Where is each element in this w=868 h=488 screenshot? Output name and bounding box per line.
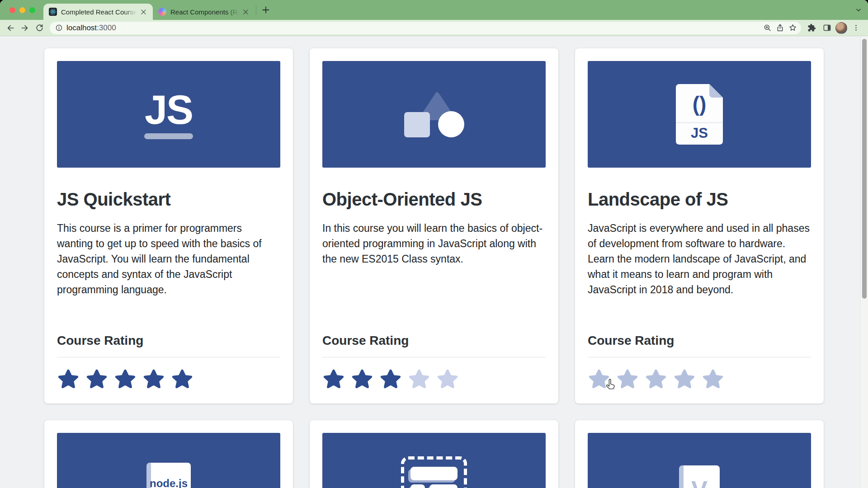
url-port: :3000	[97, 23, 116, 32]
course-title: JS Quickstart	[57, 189, 280, 210]
course-image-v-book: V	[588, 433, 811, 488]
v-label: V	[691, 475, 708, 488]
react-favicon	[49, 8, 57, 16]
star-icon[interactable]	[114, 368, 137, 391]
browser-toolbar: localhost:3000	[0, 20, 868, 36]
nodejs-book-icon: node.js	[146, 463, 191, 488]
star-icon[interactable]	[616, 368, 639, 391]
tab-separator	[256, 5, 256, 14]
back-button[interactable]	[4, 21, 17, 35]
profile-avatar[interactable]	[835, 22, 847, 34]
course-rating-heading: Course Rating	[322, 333, 546, 348]
course-image-geometric-shapes	[322, 61, 546, 168]
side-panel-icon	[823, 23, 831, 32]
shapes-icon	[401, 90, 467, 139]
rating-divider	[322, 357, 546, 357]
nodejs-label: node.js	[150, 477, 188, 488]
star-rating	[322, 368, 546, 391]
back-icon	[6, 23, 15, 33]
minimize-window-button[interactable]	[19, 7, 25, 13]
url-text: localhost:3000	[66, 23, 116, 33]
dashed-form-icon	[401, 456, 467, 488]
js-file-icon: () JS	[676, 84, 723, 145]
tab-react-components[interactable]: React Components (Refresh 2	[153, 4, 255, 20]
scrollbar[interactable]	[860, 36, 868, 488]
v-book-icon: V	[679, 465, 720, 488]
reload-button[interactable]	[33, 21, 46, 35]
side-panel-button[interactable]	[820, 21, 834, 35]
course-card-partial-v: V	[575, 420, 824, 488]
browser-menu-button[interactable]	[849, 21, 863, 35]
rating-divider	[588, 357, 811, 357]
bookmark-button[interactable]	[787, 22, 798, 34]
course-card-js-quickstart: JS JS Quickstart This course is a primer…	[44, 48, 293, 404]
course-image-dashed-form	[322, 433, 546, 488]
zoom-icon	[763, 23, 772, 32]
share-icon	[776, 23, 784, 32]
form-bar	[410, 467, 458, 480]
star-icon[interactable]	[85, 368, 108, 391]
star-icon[interactable]	[142, 368, 165, 391]
tab-strip: Completed React Course App React Compone…	[0, 0, 868, 20]
chevron-down-icon[interactable]	[855, 7, 862, 13]
course-rating-section: Course Rating	[322, 333, 546, 391]
bookmark-star-icon	[788, 23, 797, 32]
star-icon[interactable]	[645, 368, 667, 391]
scrollbar-thumb[interactable]	[862, 39, 867, 299]
star-icon[interactable]	[171, 368, 193, 391]
course-rating-section: Course Rating	[588, 333, 811, 391]
form-bar	[429, 484, 458, 488]
star-icon[interactable]	[702, 368, 724, 391]
course-card-grid: JS JS Quickstart This course is a primer…	[44, 48, 824, 488]
star-rating	[57, 368, 280, 391]
course-description: In this course you will learn the basics…	[322, 221, 546, 267]
close-tab-icon[interactable]	[241, 7, 250, 17]
star-icon[interactable]	[588, 368, 610, 391]
star-rating	[588, 368, 811, 391]
tab-title: Completed React Course App	[61, 8, 138, 16]
zoom-button[interactable]	[761, 22, 773, 34]
star-icon[interactable]	[436, 368, 459, 391]
close-tab-icon[interactable]	[138, 7, 148, 17]
form-bar	[410, 484, 425, 488]
new-tab-button[interactable]	[259, 3, 273, 17]
course-image-js-file: () JS	[588, 61, 811, 168]
tab-completed-react-course-app[interactable]: Completed React Course App	[43, 4, 153, 20]
js-logo-underline	[144, 133, 193, 139]
star-icon[interactable]	[322, 368, 345, 391]
star-icon[interactable]	[57, 368, 80, 391]
extensions-puzzle-icon	[807, 23, 816, 32]
zoom-window-button[interactable]	[29, 7, 35, 13]
file-js-text: JS	[691, 125, 708, 141]
course-title: Landscape of JS	[588, 189, 811, 210]
course-card-object-oriented-js: Object-Oriented JS In this course you wi…	[310, 48, 558, 404]
star-icon[interactable]	[351, 368, 373, 391]
info-icon[interactable]	[55, 24, 63, 32]
forward-button[interactable]	[18, 21, 32, 35]
window-controls	[0, 7, 43, 13]
course-image-nodejs-book: node.js	[57, 433, 280, 488]
colorful-circle-favicon	[158, 8, 166, 16]
tab-title: React Components (Refresh 2	[170, 8, 241, 16]
page-content: JS JS Quickstart This course is a primer…	[0, 36, 868, 488]
star-icon[interactable]	[379, 368, 402, 391]
course-card-partial-nodejs: node.js	[44, 420, 293, 488]
rating-divider	[57, 357, 280, 357]
course-card-landscape-of-js: () JS Landscape of JS JavaScript is ever…	[575, 48, 824, 404]
forward-icon	[20, 23, 29, 33]
course-image-js-logo: JS	[57, 61, 280, 168]
course-description: This course is a primer for programmers …	[57, 221, 280, 297]
course-rating-heading: Course Rating	[57, 333, 280, 348]
star-icon[interactable]	[673, 368, 696, 391]
url-host: localhost	[66, 23, 97, 32]
share-button[interactable]	[774, 22, 786, 34]
course-card-partial-form	[310, 420, 558, 488]
star-icon[interactable]	[408, 368, 430, 391]
kebab-menu-icon	[852, 24, 860, 32]
url-bar[interactable]: localhost:3000	[50, 22, 801, 34]
new-tab-icon	[262, 6, 269, 14]
course-title: Object-Oriented JS	[322, 189, 546, 210]
extensions-button[interactable]	[805, 21, 818, 35]
course-rating-section: Course Rating	[57, 333, 280, 391]
close-window-button[interactable]	[9, 7, 15, 13]
